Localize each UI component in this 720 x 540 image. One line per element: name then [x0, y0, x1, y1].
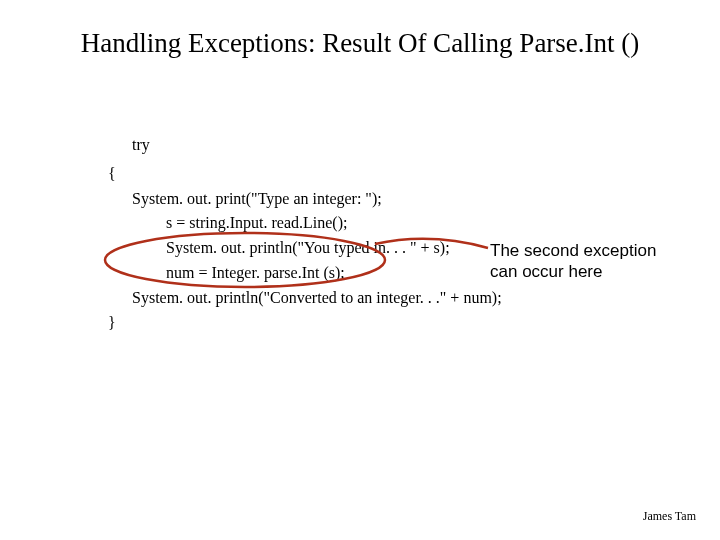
footer-author: James Tam — [643, 509, 696, 524]
callout-text: The second exception can occur here — [490, 240, 700, 283]
code-brace-close: } — [108, 311, 578, 336]
code-line-1: System. out. print("Type an integer: "); — [132, 187, 578, 212]
code-line-5: System. out. println("Converted to an in… — [132, 286, 578, 311]
callout-line-1: The second exception — [490, 241, 656, 260]
code-block: try { System. out. print("Type an intege… — [108, 133, 578, 335]
code-try: try — [132, 133, 578, 158]
code-brace-open: { — [108, 162, 578, 187]
code-line-2: s = string.Input. read.Line(); — [166, 211, 578, 236]
slide-title: Handling Exceptions: Result Of Calling P… — [0, 28, 720, 59]
callout-line-2: can occur here — [490, 262, 602, 281]
